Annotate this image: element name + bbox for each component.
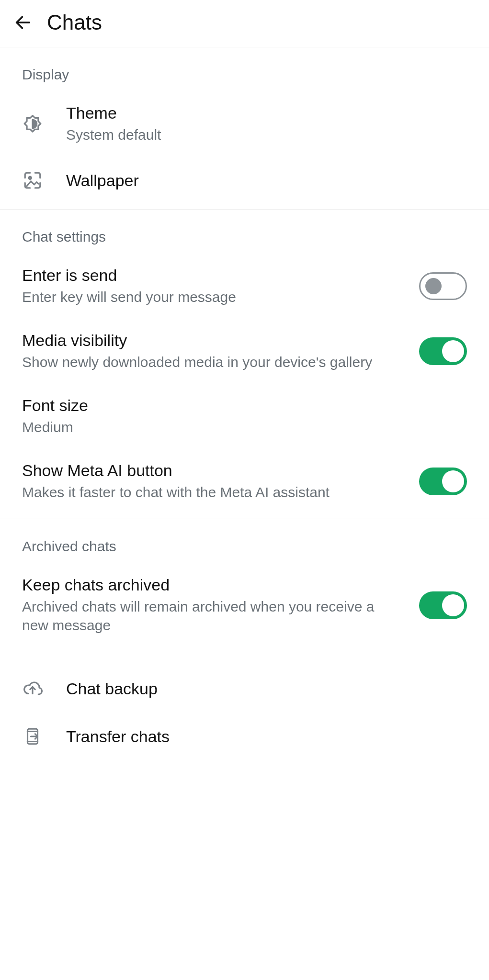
keep-archived-toggle[interactable] xyxy=(419,591,467,619)
font-size-label: Font size xyxy=(22,396,467,415)
enter-is-send-item[interactable]: Enter is send Enter key will send your m… xyxy=(0,254,489,319)
keep-archived-desc: Archived chats will remain archived when… xyxy=(22,597,396,635)
chat-backup-item[interactable]: Chat backup xyxy=(0,665,489,713)
transfer-chats-item[interactable]: Transfer chats xyxy=(0,713,489,760)
transfer-chats-label: Transfer chats xyxy=(66,727,467,746)
show-meta-ai-label: Show Meta AI button xyxy=(22,461,396,480)
back-arrow-icon[interactable] xyxy=(12,12,34,33)
page-title: Chats xyxy=(47,11,102,34)
font-size-value: Medium xyxy=(22,418,467,436)
brightness-icon xyxy=(22,113,43,134)
show-meta-ai-item[interactable]: Show Meta AI button Makes it faster to c… xyxy=(0,449,489,514)
section-chat-settings: Chat settings Enter is send Enter key wi… xyxy=(0,210,489,519)
theme-label: Theme xyxy=(66,104,467,122)
theme-value: System default xyxy=(66,125,467,144)
media-visibility-label: Media visibility xyxy=(22,331,396,350)
section-title-archived: Archived chats xyxy=(0,538,489,563)
section-footer: Chat backup Transfer chats xyxy=(0,652,489,760)
media-visibility-desc: Show newly downloaded media in your devi… xyxy=(22,353,396,371)
keep-archived-item[interactable]: Keep chats archived Archived chats will … xyxy=(0,563,489,647)
keep-archived-label: Keep chats archived xyxy=(22,576,396,594)
cloud-upload-icon xyxy=(22,678,43,699)
wallpaper-item[interactable]: Wallpaper xyxy=(0,156,489,204)
media-visibility-toggle[interactable] xyxy=(419,337,467,365)
enter-is-send-label: Enter is send xyxy=(22,266,396,285)
enter-is-send-desc: Enter key will send your message xyxy=(22,288,396,306)
theme-item[interactable]: Theme System default xyxy=(0,91,489,156)
wallpaper-icon xyxy=(22,170,43,191)
show-meta-ai-toggle[interactable] xyxy=(419,468,467,495)
svg-point-1 xyxy=(29,177,31,179)
font-size-item[interactable]: Font size Medium xyxy=(0,384,489,449)
app-bar: Chats xyxy=(0,0,489,47)
section-display: Display Theme System default Wallpap xyxy=(0,47,489,210)
transfer-icon xyxy=(22,726,43,747)
wallpaper-label: Wallpaper xyxy=(66,171,467,190)
enter-is-send-toggle[interactable] xyxy=(419,272,467,300)
show-meta-ai-desc: Makes it faster to chat with the Meta AI… xyxy=(22,483,396,501)
section-title-display: Display xyxy=(0,67,489,91)
media-visibility-item[interactable]: Media visibility Show newly downloaded m… xyxy=(0,319,489,384)
section-archived: Archived chats Keep chats archived Archi… xyxy=(0,519,489,652)
section-title-chat-settings: Chat settings xyxy=(0,229,489,254)
chat-backup-label: Chat backup xyxy=(66,679,467,698)
